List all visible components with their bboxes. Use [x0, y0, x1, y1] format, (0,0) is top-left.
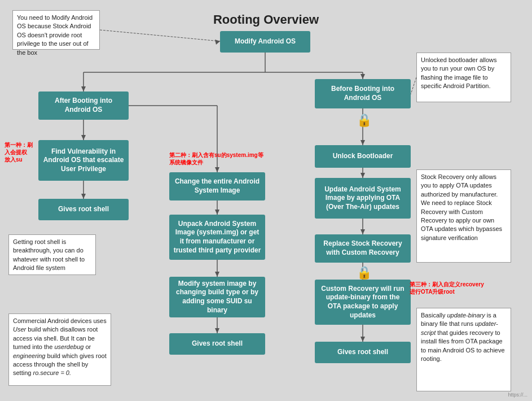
cn-annotation-third: 第三种：刷入自定义recovery进行OTA升级root	[410, 281, 497, 295]
gives-root-shell-3-box: Gives root shell	[315, 342, 411, 363]
flowchart: Rooting Overview	[0, 0, 532, 401]
watermark: https://...	[508, 392, 527, 398]
svg-marker-19	[215, 210, 219, 215]
after-booting-box: After Booting into Android OS	[38, 91, 129, 120]
update-ota-box: Update Android System Image by applying …	[315, 178, 411, 219]
gives-root-shell-1-box: Gives root shell	[38, 199, 129, 220]
modify-system-image-box: Modify system image by changing build ty…	[169, 277, 265, 317]
svg-marker-3	[81, 86, 86, 91]
svg-marker-15	[360, 140, 365, 145]
svg-marker-25	[360, 229, 365, 234]
svg-marker-23	[215, 328, 219, 333]
find-vuln-box: Find Vulnerability in Android OS that es…	[38, 140, 129, 181]
cn-annotation-first: 第一种：刷入会提权放入su	[5, 141, 37, 163]
lock-icon-before-booting: 🔒	[355, 113, 372, 128]
unpack-system-box: Unpack Android System Image (system.img)…	[169, 215, 265, 260]
svg-line-30	[100, 30, 220, 41]
unlocked-note: Unlocked bootloader allows you to run yo…	[416, 53, 511, 102]
svg-marker-11	[215, 167, 219, 172]
stock-recovery-note: Stock Recovery only allows you to apply …	[416, 169, 511, 263]
svg-marker-31	[215, 40, 220, 45]
update-binary-note: Basically update-binary is a binary file…	[416, 308, 511, 391]
svg-marker-21	[215, 272, 219, 277]
svg-marker-13	[81, 194, 86, 199]
commercial-note: Commercial Android devices uses User bui…	[8, 313, 111, 386]
svg-marker-17	[360, 173, 365, 178]
svg-marker-29	[360, 337, 365, 342]
svg-marker-6	[360, 74, 365, 79]
unlock-bootloader-box: Unlock Bootloader	[315, 145, 411, 168]
intro-note: You need to Modify Android OS because St…	[12, 10, 100, 50]
modify-android-os-box: Modify Android OS	[220, 31, 310, 53]
change-system-image-box: Change the entire Android System Image	[169, 172, 265, 200]
root-shell-note: Getting root shell is breakthrough, you …	[8, 234, 96, 275]
svg-marker-8	[81, 135, 86, 140]
before-booting-box: Before Booting into Android OS	[315, 79, 411, 108]
cn-annotation-second: 第二种：刷入含有su的system.img等系统镜像文件	[169, 151, 264, 166]
lock-icon-replace-recovery: 🔒	[355, 265, 372, 280]
svg-line-32	[411, 77, 416, 94]
gives-root-shell-2-box: Gives root shell	[169, 333, 265, 355]
custom-recovery-box: Custom Recovery will run update-binary f…	[315, 280, 411, 325]
replace-stock-recovery-box: Replace Stock Recovery with Custom Recov…	[315, 234, 411, 263]
